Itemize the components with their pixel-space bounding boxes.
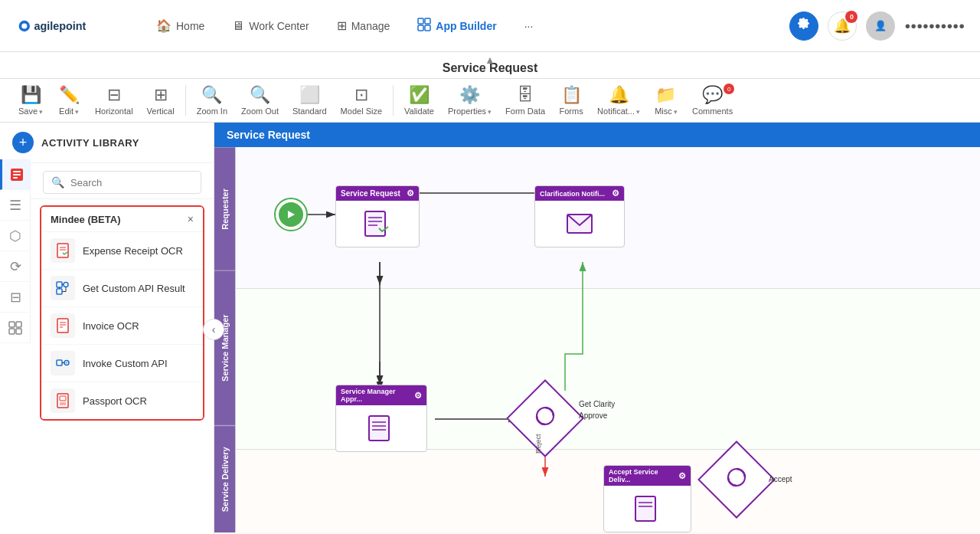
lib-icon-mindee[interactable] <box>0 159 31 190</box>
clarification-notif-body <box>535 201 624 247</box>
validate-icon: ✅ <box>409 85 430 105</box>
top-navigation: agilepoint 🏠 Home 🖥 Work Center ⊞ Manage <box>0 0 980 52</box>
vertical-button[interactable]: ⊞ Vertical <box>141 82 181 119</box>
lib-icon-flow[interactable]: ⬡ <box>0 221 31 251</box>
notifications-btn[interactable]: 🔔 0 <box>828 11 857 41</box>
model-size-button[interactable]: ⊡ Model Size <box>335 82 388 119</box>
collapse-arrow[interactable]: ▲ <box>485 54 495 66</box>
save-button[interactable]: 💾 Save ▾ <box>12 82 49 119</box>
swimlane-servicemanager-label: Service Manager <box>214 270 235 425</box>
lib-icon-api[interactable]: ⟳ <box>0 251 31 282</box>
toolbar-divider-1 <box>185 85 186 116</box>
model-size-icon: ⊡ <box>354 85 368 105</box>
search-icon: 🔍 <box>51 176 64 188</box>
comments-button[interactable]: 💬 Comments 0 <box>686 82 739 119</box>
list-item[interactable]: Get Custom API Result <box>41 269 203 306</box>
custom-api-label: Get Custom API Result <box>83 283 185 294</box>
service-manager-appr-node[interactable]: Service Manager Appr... ⚙ <box>335 385 427 452</box>
nav-more-label: ··· <box>524 20 534 32</box>
user-avatar[interactable]: 👤 <box>866 11 895 41</box>
toolbar: 💾 Save ▾ ✏️ Edit ▾ ⊟ Horizontal ⊞ Vertic… <box>0 79 980 123</box>
left-icon-bar: ☰ ⬡ ⟳ ⊟ <box>0 159 31 343</box>
svg-rect-8 <box>13 171 21 172</box>
nav-manage[interactable]: ⊞ Manage <box>326 12 401 39</box>
search-box: 🔍 <box>43 171 201 194</box>
service-request-header: Service Request ⚙ <box>336 186 419 201</box>
misc-icon: 📁 <box>655 85 676 105</box>
service-request-gear[interactable]: ⚙ <box>407 188 414 198</box>
misc-button[interactable]: 📁 Misc ▾ <box>648 82 684 119</box>
nav-appbuilder[interactable]: App Builder <box>407 11 507 41</box>
svg-text:+: + <box>66 360 68 365</box>
nav-more[interactable]: ··· <box>514 14 544 38</box>
svg-rect-25 <box>57 319 68 333</box>
svg-point-20 <box>64 283 68 287</box>
list-item[interactable]: Passport OCR <box>41 382 203 419</box>
list-item[interactable]: Invoice OCR <box>41 306 203 344</box>
svg-point-1 <box>21 23 27 28</box>
nav-workcenter[interactable]: 🖥 Work Center <box>221 13 319 39</box>
add-activity-button[interactable]: + <box>12 132 34 153</box>
invoice-ocr-label: Invoice OCR <box>83 320 139 332</box>
mindee-items: Expense Receipt OCR <box>41 231 203 419</box>
passport-ocr-icon <box>51 388 75 413</box>
start-node[interactable] <box>274 198 308 231</box>
zoom-in-button[interactable]: 🔍 Zoom In <box>191 82 234 119</box>
lib-icon-list[interactable]: ☰ <box>0 190 31 221</box>
canvas-diagram[interactable]: Service Request ⚙ <box>236 147 980 532</box>
svg-rect-18 <box>57 282 62 287</box>
user-name[interactable]: ●●●●●●●●●● <box>904 20 965 31</box>
swimlane-container: Requester Service Manager Service Delive… <box>214 147 980 532</box>
svg-rect-29 <box>57 360 62 365</box>
svg-text:agilepoint: agilepoint <box>34 19 86 31</box>
canvas-area: Service Request Requester Service Manage… <box>214 123 980 534</box>
swimlane-servicedelivery-label: Service Delivery <box>214 425 235 532</box>
sidebar-header: + ACTIVITY LIBRARY <box>0 123 214 163</box>
logo[interactable]: agilepoint <box>15 12 100 40</box>
reject-label: Reject <box>534 434 542 454</box>
list-item[interactable]: Expense Receipt OCR <box>41 231 203 269</box>
comments-badge: 0 <box>724 84 734 94</box>
service-request-node[interactable]: Service Request ⚙ <box>335 185 420 247</box>
edit-arrow: ▾ <box>75 108 79 116</box>
edit-button[interactable]: ✏️ Edit ▾ <box>51 82 87 119</box>
diamond-1[interactable] <box>518 391 573 446</box>
invoke-api-label: Invoke Custom API <box>83 358 168 369</box>
nav-workcenter-label: Work Center <box>249 20 309 32</box>
horizontal-button[interactable]: ⊟ Horizontal <box>89 82 139 119</box>
properties-icon: ⚙️ <box>459 85 480 105</box>
notifications-toolbar-button[interactable]: 🔔 Notificat... ▾ <box>591 82 646 119</box>
clarification-gear[interactable]: ⚙ <box>612 188 619 198</box>
properties-button[interactable]: ⚙️ Properties ▾ <box>442 82 498 119</box>
service-manager-appr-gear[interactable]: ⚙ <box>414 391 422 401</box>
standard-button[interactable]: ⬜ Standard <box>286 82 333 119</box>
forms-button[interactable]: 📋 Forms <box>553 82 590 119</box>
zoom-out-button[interactable]: 🔍 Zoom Out <box>235 82 285 119</box>
settings-icon-btn[interactable] <box>789 11 818 41</box>
canvas-title: Service Request <box>227 129 310 141</box>
list-item[interactable]: + Invoke Custom API <box>41 344 203 382</box>
accept-service-deliv-gear[interactable]: ⚙ <box>678 471 686 481</box>
form-data-button[interactable]: 🗄 Form Data <box>499 82 551 119</box>
zoom-in-icon: 🔍 <box>201 85 222 105</box>
canvas-content[interactable]: Requester Service Manager Service Delive… <box>214 147 980 532</box>
svg-rect-14 <box>16 329 21 334</box>
accept-service-deliv-title: Accept Service Deliv... <box>609 468 678 483</box>
forms-icon: 📋 <box>561 85 582 105</box>
get-clarity-label: Get Clarity <box>579 400 615 408</box>
lib-icon-grid[interactable]: ⊟ <box>0 282 31 313</box>
sidebar-collapse-button[interactable]: ‹ <box>203 319 224 340</box>
search-input[interactable] <box>70 177 193 188</box>
clarification-notif-node[interactable]: Clarification Notifi... ⚙ <box>534 185 625 247</box>
service-manager-appr-title: Service Manager Appr... <box>341 388 414 403</box>
service-request-body <box>336 201 419 247</box>
mindee-close-button[interactable]: × <box>188 213 194 225</box>
accept-service-deliv-node[interactable]: Accept Service Deliv... ⚙ <box>603 465 691 532</box>
page-header: ▲ Service Request <box>0 52 980 79</box>
svg-rect-11 <box>9 322 15 327</box>
svg-rect-60 <box>635 496 655 521</box>
nav-home[interactable]: 🏠 Home <box>145 12 215 39</box>
diamond-2[interactable] <box>709 452 764 507</box>
lib-icon-app[interactable] <box>0 313 31 343</box>
validate-button[interactable]: ✅ Validate <box>398 82 440 119</box>
